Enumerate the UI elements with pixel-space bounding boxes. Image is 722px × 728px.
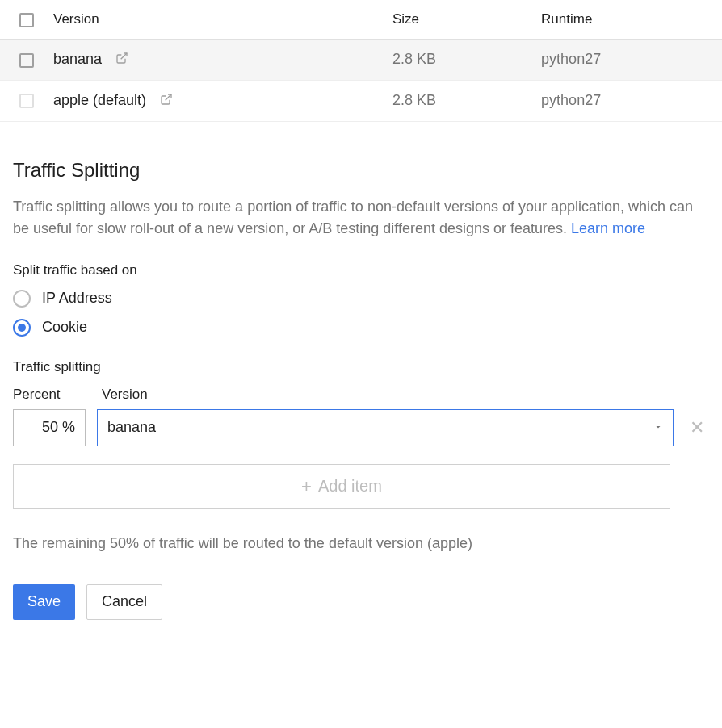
version-select-value: banana xyxy=(107,419,156,436)
plus-icon: + xyxy=(301,476,312,497)
radio-label-cookie: Cookie xyxy=(42,319,87,336)
version-name: apple (default) xyxy=(53,92,146,108)
row-checkbox[interactable] xyxy=(19,94,34,108)
versions-table: Version Size Runtime banana 2.8 KB pytho… xyxy=(0,0,722,122)
radio-icon xyxy=(13,319,31,337)
button-row: Save Cancel xyxy=(13,584,709,620)
table-row[interactable]: apple (default) 2.8 KB python27 xyxy=(0,80,722,121)
radio-icon xyxy=(13,290,31,308)
radio-option-ip[interactable]: IP Address xyxy=(13,290,709,308)
remaining-traffic-text: The remaining 50% of traffic will be rou… xyxy=(13,535,709,552)
add-item-button[interactable]: + Add item xyxy=(13,464,670,509)
add-item-label: Add item xyxy=(318,477,382,496)
save-button[interactable]: Save xyxy=(13,584,75,620)
chevron-down-icon xyxy=(653,419,663,436)
version-runtime: python27 xyxy=(533,40,722,81)
external-link-icon[interactable] xyxy=(115,52,128,69)
learn-more-link[interactable]: Learn more xyxy=(571,220,645,236)
traffic-splitting-description: Traffic splitting allows you to route a … xyxy=(13,196,709,240)
select-all-checkbox[interactable] xyxy=(19,13,34,27)
column-header-version-split: Version xyxy=(102,387,148,403)
version-runtime: python27 xyxy=(533,80,722,121)
column-header-size: Size xyxy=(384,0,533,40)
split-basis-radio-group: IP Address Cookie xyxy=(13,290,709,337)
version-size: 2.8 KB xyxy=(384,80,533,121)
remove-row-icon[interactable]: ✕ xyxy=(685,417,709,438)
column-header-percent: Percent xyxy=(13,387,102,403)
cancel-button[interactable]: Cancel xyxy=(86,584,162,620)
version-size: 2.8 KB xyxy=(384,40,533,81)
column-header-version: Version xyxy=(45,0,384,40)
traffic-splitting-title: Traffic Splitting xyxy=(13,159,709,182)
version-name: banana xyxy=(53,51,102,67)
external-link-icon[interactable] xyxy=(160,93,173,110)
svg-line-1 xyxy=(166,94,171,100)
radio-label-ip: IP Address xyxy=(42,290,112,307)
traffic-splitting-label: Traffic splitting xyxy=(13,359,709,375)
svg-line-0 xyxy=(121,53,127,59)
split-basis-label: Split traffic based on xyxy=(13,262,709,278)
split-row: banana ✕ xyxy=(13,409,709,446)
percent-input[interactable] xyxy=(13,409,86,446)
column-header-runtime: Runtime xyxy=(533,0,722,40)
version-select[interactable]: banana xyxy=(97,409,674,446)
row-checkbox[interactable] xyxy=(19,53,34,68)
radio-option-cookie[interactable]: Cookie xyxy=(13,319,709,337)
table-row[interactable]: banana 2.8 KB python27 xyxy=(0,40,722,81)
